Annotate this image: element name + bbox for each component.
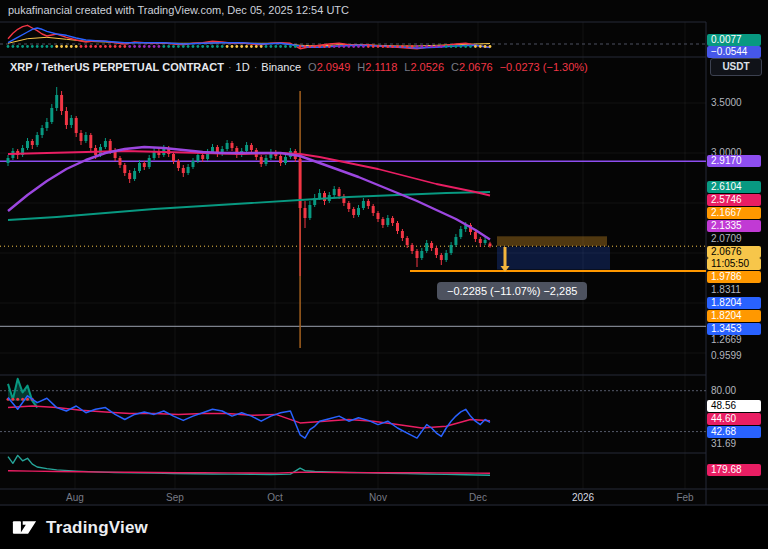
time-axis-label: Aug — [53, 492, 97, 503]
price-label: 2.0709 — [707, 233, 742, 245]
chart-canvas[interactable] — [0, 0, 768, 549]
time-axis-label: Nov — [356, 492, 400, 503]
close-value: 2.0676 — [459, 61, 493, 73]
price-label: 2.5746 — [707, 194, 761, 206]
open-value: 2.0949 — [317, 61, 351, 73]
price-label: 179.68 — [707, 464, 761, 476]
price-label: 11:05:50 — [707, 258, 761, 270]
open-label: O — [308, 61, 317, 73]
price-label: 2.1335 — [707, 220, 761, 232]
price-label: 1.9786 — [707, 271, 761, 283]
tradingview-published-chart: pukafinancial created with TradingView.c… — [0, 0, 768, 549]
time-axis[interactable]: AugSepOctNovDec2026Feb — [0, 489, 706, 505]
price-label: 1.8204 — [707, 297, 761, 309]
price-label: 0.0077 — [707, 34, 761, 46]
price-label: 2.6104 — [707, 181, 761, 193]
price-label: 44.60 — [707, 413, 761, 425]
price-label: 2.0676 — [707, 246, 761, 258]
legend-separator: · — [228, 61, 232, 73]
price-label: 3.5000 — [707, 97, 742, 109]
high-value: 2.1118 — [365, 61, 397, 73]
price-label: 80.00 — [707, 385, 736, 397]
tradingview-wordmark[interactable]: TradingView — [46, 518, 148, 538]
time-axis-label: Dec — [456, 492, 500, 503]
tradingview-logo-icon[interactable] — [12, 515, 37, 540]
price-label: 2.1667 — [707, 207, 761, 219]
symbol-name: XRP / TetherUS PERPETUAL CONTRACT — [10, 61, 224, 73]
footer-bar: TradingView — [0, 506, 768, 549]
price-label: 0.9599 — [707, 350, 742, 362]
low-value: 2.0526 — [410, 61, 444, 73]
time-axis-label: Sep — [153, 492, 197, 503]
legend-separator: · — [254, 61, 258, 73]
exchange-label: Binance — [261, 61, 301, 73]
price-label: 2.9170 — [707, 155, 761, 167]
time-axis-label: 2026 — [561, 492, 605, 503]
close-label: C — [451, 61, 459, 73]
price-axis[interactable]: 0.0077−0.05443.50003.00002.91702.61042.5… — [707, 0, 768, 505]
price-label: 42.68 — [707, 426, 761, 438]
change-value: −0.0273 (−1.30%) — [500, 61, 588, 73]
price-label: 1.2669 — [707, 334, 742, 346]
price-label: 1.8311 — [707, 284, 741, 296]
price-label: 1.8204 — [707, 310, 761, 322]
time-axis-label: Feb — [663, 492, 707, 503]
price-label: −0.0544 — [707, 46, 761, 58]
interval-label: 1D — [236, 61, 250, 73]
symbol-legend[interactable]: XRP / TetherUS PERPETUAL CONTRACT·1D·Bin… — [10, 61, 588, 73]
price-label: 48.56 — [707, 400, 761, 412]
price-label: 31.69 — [707, 438, 736, 450]
measure-tooltip: −0.2285 (−11.07%) −2,285 — [437, 282, 587, 300]
time-axis-label: Oct — [253, 492, 297, 503]
